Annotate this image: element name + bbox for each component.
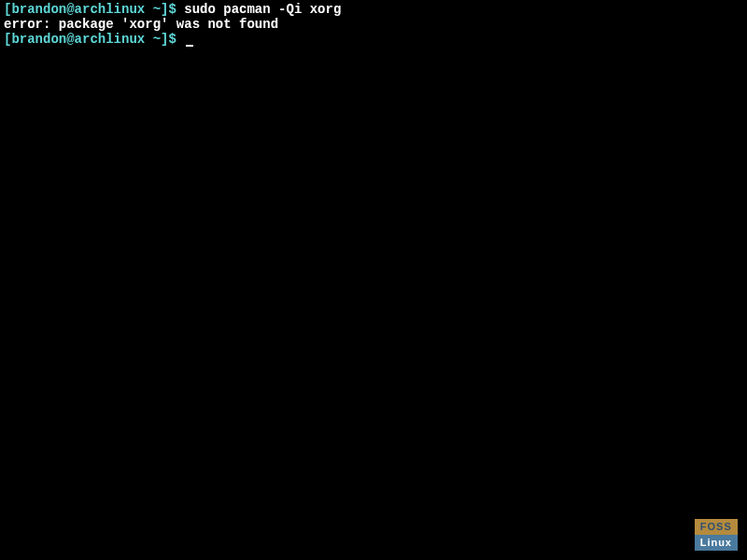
logo-top-text: FOSS xyxy=(695,519,738,535)
prompt-bracket-close: ]$ xyxy=(161,32,176,47)
prompt-user-host: brandon@archlinux xyxy=(11,32,145,47)
terminal-line-2: error: package 'xorg' was not found xyxy=(4,17,743,32)
prompt-user-host: brandon@archlinux xyxy=(11,2,145,17)
error-output: error: package 'xorg' was not found xyxy=(4,17,278,32)
cursor-icon xyxy=(186,45,193,47)
terminal-line-3[interactable]: [brandon@archlinux ~]$ xyxy=(4,32,743,47)
command-text: sudo pacman -Qi xorg xyxy=(176,2,341,17)
command-input[interactable] xyxy=(176,32,184,47)
prompt-path: ~ xyxy=(145,32,161,47)
prompt-path: ~ xyxy=(145,2,161,17)
terminal-line-1: [brandon@archlinux ~]$ sudo pacman -Qi x… xyxy=(4,2,743,17)
prompt-bracket-close: ]$ xyxy=(161,2,176,17)
logo-bottom-text: Linux xyxy=(695,535,738,551)
watermark-logo: FOSS Linux xyxy=(695,519,738,551)
